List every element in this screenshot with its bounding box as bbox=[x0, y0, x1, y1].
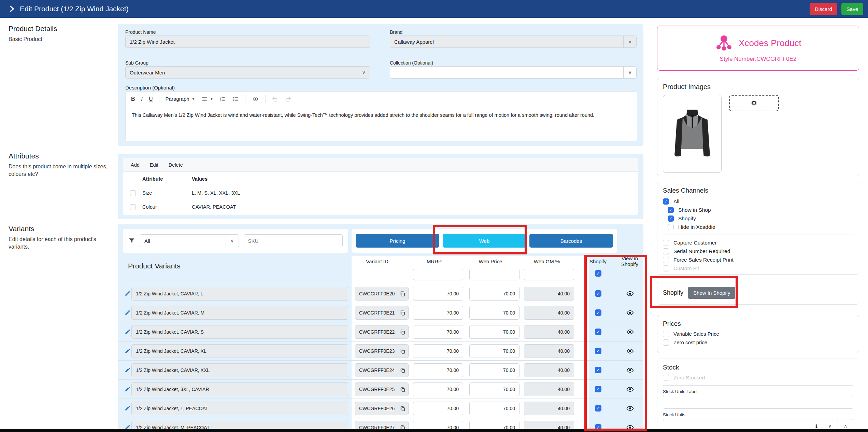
tab-web[interactable]: Web bbox=[443, 234, 526, 248]
web-gm-input[interactable] bbox=[524, 306, 574, 320]
copy-variant-id-icon[interactable] bbox=[400, 348, 405, 354]
sub-group-select[interactable]: Outerwear Men ∨ bbox=[125, 66, 370, 79]
checkbox-icon[interactable]: ✓ bbox=[663, 198, 669, 205]
web-price-input[interactable] bbox=[469, 382, 520, 396]
checkbox-all[interactable]: ✓ All bbox=[663, 197, 853, 206]
edit-variant-icon[interactable] bbox=[125, 386, 131, 392]
stock-units-label-input[interactable] bbox=[663, 396, 853, 409]
view-in-shopify-icon[interactable] bbox=[626, 290, 634, 297]
undo-icon[interactable] bbox=[272, 96, 279, 102]
brand-select[interactable]: Callaway Apparel ∨ bbox=[390, 36, 637, 48]
web-gm-input[interactable] bbox=[524, 382, 574, 396]
checkbox-shopify[interactable]: ✓ Shopify bbox=[668, 214, 853, 223]
view-in-shopify-icon[interactable] bbox=[626, 309, 634, 317]
shopify-checkbox[interactable]: ✓ bbox=[595, 290, 601, 297]
checkbox-icon[interactable] bbox=[663, 248, 669, 254]
table-row[interactable]: Size L, M, S, XL, XXL, 3XL bbox=[123, 186, 638, 200]
variant-filter-select[interactable]: All ∨ bbox=[140, 234, 239, 247]
checkbox-show-in-shop[interactable]: ✓ Show in Shop bbox=[668, 206, 853, 214]
checkbox-icon[interactable] bbox=[663, 240, 669, 246]
discard-button[interactable]: Discard bbox=[810, 3, 837, 15]
shopify-checkbox[interactable]: ✓ bbox=[595, 367, 601, 373]
edit-attribute-button[interactable]: Edit bbox=[150, 162, 158, 168]
shopify-checkbox[interactable]: ✓ bbox=[595, 386, 601, 392]
shopify-checkbox[interactable]: ✓ bbox=[595, 405, 601, 412]
table-row[interactable]: Colour CAVIAR, PEACOAT bbox=[123, 200, 638, 214]
row-checkbox[interactable] bbox=[130, 204, 136, 210]
checkbox-force-sales-receipt-print[interactable]: Force Sales Receipt Print bbox=[663, 255, 853, 264]
mrrp-input[interactable] bbox=[413, 325, 463, 339]
edit-variant-icon[interactable] bbox=[125, 367, 131, 373]
paragraph-style-dropdown[interactable]: Paragraph ▼ bbox=[166, 96, 195, 102]
show-in-shopify-button[interactable]: Show In Shopify bbox=[688, 287, 735, 299]
checkbox-variable-sales-price[interactable]: Variable Sales Price bbox=[663, 330, 853, 338]
variant-name-input[interactable] bbox=[131, 325, 348, 339]
edit-variant-icon[interactable] bbox=[125, 309, 131, 316]
variant-name-input[interactable] bbox=[131, 287, 348, 301]
checkbox-capture-customer[interactable]: Capture Customer bbox=[663, 238, 853, 247]
redo-icon[interactable] bbox=[285, 96, 291, 102]
product-image-thumbnail[interactable] bbox=[663, 95, 722, 173]
checkbox-icon[interactable] bbox=[668, 224, 674, 230]
tab-pricing[interactable]: Pricing bbox=[356, 234, 439, 248]
copy-variant-id-icon[interactable] bbox=[400, 367, 405, 373]
variant-name-input[interactable] bbox=[131, 402, 348, 415]
web-gm-input[interactable] bbox=[524, 287, 574, 301]
web-price-filter-input[interactable] bbox=[469, 269, 520, 280]
view-in-shopify-icon[interactable] bbox=[626, 386, 634, 393]
web-gm-filter-input[interactable] bbox=[524, 269, 574, 280]
underline-icon[interactable]: U bbox=[149, 96, 153, 102]
bold-icon[interactable]: B bbox=[131, 96, 135, 102]
shopify-checkbox[interactable]: ✓ bbox=[595, 348, 601, 354]
web-gm-input[interactable] bbox=[524, 325, 574, 339]
view-in-shopify-icon[interactable] bbox=[626, 347, 634, 355]
sku-search-input[interactable] bbox=[244, 234, 343, 247]
web-price-input[interactable] bbox=[469, 306, 520, 320]
row-checkbox[interactable] bbox=[130, 190, 136, 196]
web-gm-input[interactable] bbox=[524, 344, 574, 358]
checkbox-serial-number-required[interactable]: Serial Number Required bbox=[663, 247, 853, 255]
link-icon[interactable] bbox=[252, 95, 259, 103]
bullet-list-icon[interactable] bbox=[232, 96, 239, 102]
text-align-dropdown[interactable]: ▼ bbox=[201, 96, 213, 102]
delete-attribute-button[interactable]: Delete bbox=[169, 162, 183, 168]
checkbox-icon[interactable] bbox=[663, 331, 669, 337]
ordered-list-icon[interactable]: 123 bbox=[219, 96, 226, 102]
copy-variant-id-icon[interactable] bbox=[400, 387, 405, 392]
checkbox-icon[interactable]: ✓ bbox=[668, 215, 674, 222]
checkbox-icon[interactable]: ✓ bbox=[668, 207, 674, 213]
checkbox-icon[interactable] bbox=[663, 339, 669, 346]
edit-variant-icon[interactable] bbox=[125, 329, 131, 335]
manage-images-button[interactable]: ⚙ bbox=[729, 95, 779, 111]
checkbox-zero-cost-price[interactable]: Zero cost price bbox=[663, 338, 853, 347]
view-in-shopify-icon[interactable] bbox=[626, 405, 634, 412]
mrrp-filter-input[interactable] bbox=[413, 269, 463, 280]
variant-name-input[interactable] bbox=[131, 382, 348, 396]
save-button[interactable]: Save bbox=[841, 3, 863, 15]
shopify-checkbox[interactable]: ✓ bbox=[595, 309, 601, 316]
web-price-input[interactable] bbox=[469, 287, 520, 301]
tab-barcodes[interactable]: Barcodes bbox=[529, 234, 613, 248]
web-gm-input[interactable] bbox=[524, 363, 574, 377]
edit-variant-icon[interactable] bbox=[125, 348, 131, 354]
add-attribute-button[interactable]: Add bbox=[131, 162, 140, 168]
checkbox-icon[interactable] bbox=[663, 257, 669, 263]
copy-variant-id-icon[interactable] bbox=[400, 310, 405, 316]
mrrp-input[interactable] bbox=[413, 402, 463, 415]
mrrp-input[interactable] bbox=[413, 363, 463, 377]
shopify-checkbox[interactable]: ✓ bbox=[595, 329, 601, 335]
copy-variant-id-icon[interactable] bbox=[400, 406, 405, 412]
description-text[interactable]: This Callaway Men's 1/2 Zip Wind Jacket … bbox=[126, 106, 637, 124]
web-price-input[interactable] bbox=[469, 402, 520, 415]
checkbox-hide-in-xcaddie[interactable]: Hide in Xcaddie bbox=[668, 223, 853, 231]
edit-variant-icon[interactable] bbox=[125, 405, 131, 411]
web-price-input[interactable] bbox=[469, 325, 520, 339]
web-price-input[interactable] bbox=[469, 344, 520, 358]
shopify-select-all-checkbox[interactable]: ✓ bbox=[595, 270, 601, 277]
web-price-input[interactable] bbox=[469, 363, 520, 377]
variant-name-input[interactable] bbox=[131, 363, 348, 377]
italic-icon[interactable]: I bbox=[141, 96, 143, 102]
copy-variant-id-icon[interactable] bbox=[400, 329, 405, 335]
product-name-input[interactable] bbox=[125, 36, 370, 48]
view-in-shopify-icon[interactable] bbox=[626, 328, 634, 336]
